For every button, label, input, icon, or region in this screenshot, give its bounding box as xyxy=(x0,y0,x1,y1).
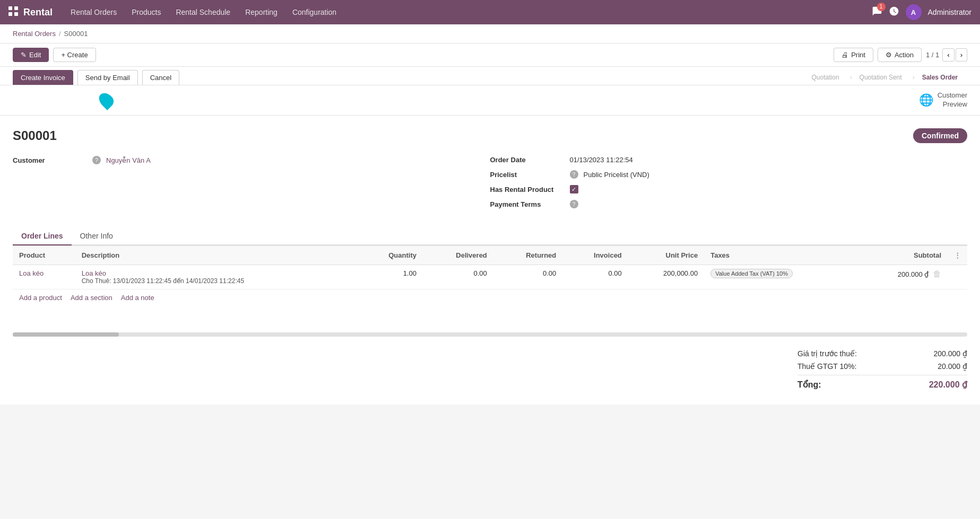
cell-row-action xyxy=(948,265,967,289)
confirmed-badge: Confirmed xyxy=(913,128,967,143)
total-value: 220.000 ₫ xyxy=(929,380,967,390)
tax-badge[interactable]: Value Added Tax (VAT) 10% xyxy=(710,269,793,278)
customer-help-icon[interactable]: ? xyxy=(92,156,101,164)
top-menu: Rental Orders Products Rental Schedule R… xyxy=(63,0,872,24)
edit-button[interactable]: ✎ Edit xyxy=(13,48,49,62)
avatar[interactable]: A xyxy=(906,4,922,20)
col-description: Description xyxy=(75,246,358,265)
action-button[interactable]: ⚙ Action xyxy=(878,48,922,62)
totals-table: Giá trị trước thuế: 200.000 ₫ Thuế GTGT … xyxy=(797,347,967,392)
description-main[interactable]: Loa kéo xyxy=(82,269,351,277)
pricelist-value: Public Pricelist (VND) xyxy=(584,171,649,179)
step-quotation: Quotation xyxy=(805,72,849,83)
svg-rect-0 xyxy=(8,6,12,10)
cell-invoiced: 0.00 xyxy=(562,265,628,289)
order-date-value: 01/13/2023 11:22:54 xyxy=(570,156,633,164)
description-sub: Cho Thuê: 13/01/2023 11:22:45 đến 14/01/… xyxy=(82,277,351,285)
col-subtotal: Subtotal xyxy=(857,246,948,265)
notification-icon[interactable]: 1 xyxy=(872,6,882,19)
has-rental-row: Has Rental Product ✓ xyxy=(490,185,968,193)
table-kebab-icon[interactable]: ⋮ xyxy=(954,251,961,259)
next-button[interactable]: › xyxy=(956,48,967,61)
breadcrumb-parent[interactable]: Rental Orders xyxy=(13,30,56,38)
create-button[interactable]: + Create xyxy=(53,48,96,62)
print-button[interactable]: 🖨 Print xyxy=(834,48,873,62)
table-row: Loa kéo Loa kéo Cho Thuê: 13/01/2023 11:… xyxy=(13,265,967,289)
delete-row-icon[interactable]: 🗑 xyxy=(933,269,941,278)
cell-taxes: Value Added Tax (VAT) 10% xyxy=(704,265,857,289)
pricelist-help-icon[interactable]: ? xyxy=(570,170,578,179)
menu-configuration[interactable]: Configuration xyxy=(285,0,344,24)
status-steps: Quotation › Quotation Sent › Sales Order xyxy=(805,72,967,83)
svg-rect-3 xyxy=(14,12,18,16)
cell-unit-price: 200,000.00 xyxy=(628,265,704,289)
pretax-row: Giá trị trước thuế: 200.000 ₫ xyxy=(797,347,967,360)
horizontal-scrollbar[interactable] xyxy=(13,332,967,337)
has-rental-checkbox[interactable]: ✓ xyxy=(570,185,578,193)
vat-value: 20.000 ₫ xyxy=(938,362,967,371)
pretax-label: Giá trị trước thuế: xyxy=(797,349,857,358)
total-label: Tổng: xyxy=(797,380,821,390)
cell-quantity: 1.00 xyxy=(357,265,423,289)
vat-row: Thuế GTGT 10%: 20.000 ₫ xyxy=(797,360,967,373)
customer-preview-label: Customer Preview xyxy=(938,91,967,109)
pricelist-label: Pricelist xyxy=(490,171,565,179)
create-invoice-button[interactable]: Create Invoice xyxy=(13,70,73,85)
customer-preview-link[interactable]: 🌐 Customer Preview xyxy=(919,91,967,109)
col-invoiced: Invoiced xyxy=(562,246,628,265)
send-by-email-button[interactable]: Send by Email xyxy=(77,70,138,85)
app-title: Rental xyxy=(23,7,53,18)
customer-label: Customer xyxy=(13,156,87,164)
menu-rental-schedule[interactable]: Rental Schedule xyxy=(168,0,238,24)
col-unit-price: Unit Price xyxy=(628,246,704,265)
cancel-button[interactable]: Cancel xyxy=(142,70,179,85)
order-date-label: Order Date xyxy=(490,156,565,164)
add-note-link[interactable]: Add a note xyxy=(121,294,154,302)
order-form: S00001 Confirmed Customer ? Nguyễn Văn A… xyxy=(0,116,980,404)
clock-icon[interactable] xyxy=(889,6,899,19)
order-header: S00001 Confirmed xyxy=(13,128,967,143)
grid-icon[interactable] xyxy=(8,6,18,19)
tab-order-lines[interactable]: Order Lines xyxy=(13,227,72,245)
col-quantity: Quantity xyxy=(357,246,423,265)
toolbar: ✎ Edit + Create 🖨 Print ⚙ Action 1 / 1 ‹… xyxy=(0,43,980,67)
col-product: Product xyxy=(13,246,75,265)
edit-icon: ✎ xyxy=(21,51,27,59)
menu-rental-orders[interactable]: Rental Orders xyxy=(63,0,124,24)
customer-value[interactable]: Nguyễn Văn A xyxy=(106,156,151,164)
tabs: Order Lines Other Info xyxy=(13,227,967,245)
order-fields: Customer ? Nguyễn Văn A Order Date 01/13… xyxy=(13,156,967,215)
cell-description: Loa kéo Cho Thuê: 13/01/2023 11:22:45 đế… xyxy=(75,265,358,289)
payment-terms-help-icon[interactable]: ? xyxy=(570,200,578,208)
step-sales-order: Sales Order xyxy=(916,72,967,83)
prev-button[interactable]: ‹ xyxy=(942,48,954,61)
action-bar: Create Invoice Send by Email Cancel Quot… xyxy=(0,67,980,85)
tab-other-info[interactable]: Other Info xyxy=(72,227,122,245)
form-right: Order Date 01/13/2023 11:22:54 Pricelist… xyxy=(490,156,968,215)
customer-preview-bar: 🌐 Customer Preview xyxy=(0,85,980,116)
admin-name[interactable]: Administrator xyxy=(928,8,972,16)
scrollbar-thumb[interactable] xyxy=(13,332,119,337)
svg-rect-1 xyxy=(14,6,18,10)
add-product-link[interactable]: Add a product xyxy=(19,294,62,302)
breadcrumb: Rental Orders / S00001 xyxy=(0,24,980,43)
add-actions: Add a product Add a section Add a note xyxy=(13,289,967,306)
breadcrumb-separator: / xyxy=(59,30,61,38)
notification-badge: 1 xyxy=(877,3,886,11)
cell-product: Loa kéo xyxy=(13,265,75,289)
payment-terms-row: Payment Terms ? xyxy=(490,200,968,208)
step-quotation-sent: Quotation Sent xyxy=(853,72,912,83)
order-number: S00001 xyxy=(13,128,57,143)
pagination: 1 / 1 ‹ › xyxy=(926,48,967,61)
col-delivered: Delivered xyxy=(423,246,493,265)
col-taxes: Taxes xyxy=(704,246,857,265)
app-logo[interactable]: Rental xyxy=(8,6,53,19)
add-section-link[interactable]: Add a section xyxy=(71,294,112,302)
menu-products[interactable]: Products xyxy=(124,0,168,24)
menu-reporting[interactable]: Reporting xyxy=(238,0,285,24)
product-link[interactable]: Loa kéo xyxy=(19,269,44,277)
total-row: Tổng: 220.000 ₫ xyxy=(797,377,967,392)
pricelist-row: Pricelist ? Public Pricelist (VND) xyxy=(490,170,968,179)
svg-rect-2 xyxy=(8,12,12,16)
print-icon: 🖨 xyxy=(842,51,848,59)
